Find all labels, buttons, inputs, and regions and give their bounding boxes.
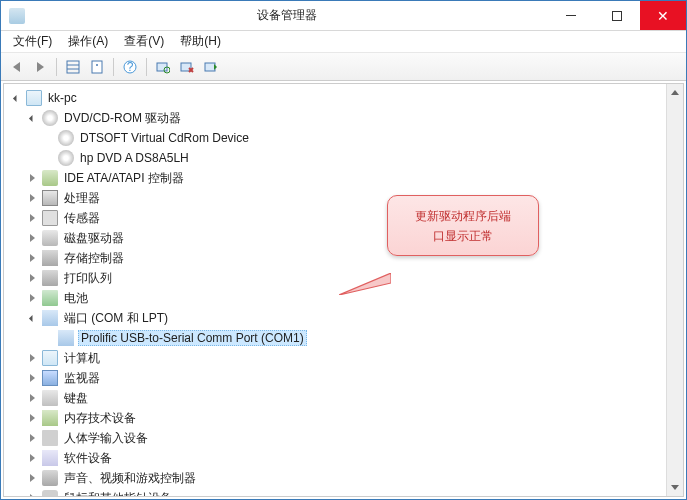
mouse-icon (42, 490, 58, 496)
ide-controller-icon (42, 170, 58, 186)
computer-label: 计算机 (62, 349, 102, 368)
scroll-up-button[interactable] (667, 84, 683, 101)
battery-label: 电池 (62, 289, 90, 308)
scan-button[interactable] (152, 56, 174, 78)
disk-drive-icon (42, 230, 58, 246)
storage-label: 存储控制器 (62, 249, 126, 268)
monitor-icon (42, 370, 58, 386)
hdd-node[interactable]: 磁盘驱动器 (4, 228, 666, 248)
storage-node[interactable]: 存储控制器 (4, 248, 666, 268)
svg-rect-0 (67, 61, 79, 73)
close-button[interactable]: ✕ (640, 1, 686, 30)
view-list-icon (66, 60, 80, 74)
expander-closed-icon[interactable] (26, 452, 38, 464)
menu-view[interactable]: 查看(V) (116, 31, 172, 52)
ports-category-label: 端口 (COM 和 LPT) (62, 309, 170, 328)
port-icon (42, 310, 58, 326)
keyboard-label: 键盘 (62, 389, 90, 408)
titlebar: 设备管理器 ✕ (1, 1, 686, 31)
scroll-down-button[interactable] (667, 479, 683, 496)
window-title: 设备管理器 (25, 7, 548, 24)
expander-closed-icon[interactable] (26, 352, 38, 364)
hdd-label: 磁盘驱动器 (62, 229, 126, 248)
disc-drive-icon (42, 110, 58, 126)
chevron-up-icon (671, 90, 679, 95)
software-node[interactable]: 软件设备 (4, 448, 666, 468)
ide-node[interactable]: IDE ATA/ATAPI 控制器 (4, 168, 666, 188)
mouse-label: 鼠标和其他指针设备 (62, 489, 174, 497)
dvd-device-node[interactable]: DTSOFT Virtual CdRom Device (4, 128, 666, 148)
expander-closed-icon[interactable] (26, 372, 38, 384)
disc-drive-icon (58, 150, 74, 166)
annotation-callout: 更新驱动程序后端 口显示正常 (387, 195, 539, 256)
dvd-device-node[interactable]: hp DVD A DS8A5LH (4, 148, 666, 168)
expander-open-icon[interactable] (26, 112, 38, 124)
expander-closed-icon[interactable] (26, 252, 38, 264)
mouse-node[interactable]: 鼠标和其他指针设备 (4, 488, 666, 496)
menu-file[interactable]: 文件(F) (5, 31, 60, 52)
forward-button[interactable] (29, 56, 51, 78)
svg-rect-3 (92, 61, 102, 73)
update-driver-button[interactable] (200, 56, 222, 78)
processor-icon (42, 190, 58, 206)
expander-closed-icon[interactable] (26, 492, 38, 496)
expander-closed-icon[interactable] (26, 292, 38, 304)
vertical-scrollbar[interactable] (666, 84, 683, 496)
minimize-button[interactable] (548, 1, 594, 30)
expander-closed-icon[interactable] (26, 472, 38, 484)
software-label: 软件设备 (62, 449, 114, 468)
hid-icon (42, 430, 58, 446)
root-node[interactable]: kk-pc (4, 88, 666, 108)
keyboard-node[interactable]: 键盘 (4, 388, 666, 408)
expander-closed-icon[interactable] (26, 272, 38, 284)
expander-closed-icon[interactable] (26, 432, 38, 444)
view-button[interactable] (62, 56, 84, 78)
menu-action[interactable]: 操作(A) (60, 31, 116, 52)
expander-closed-icon[interactable] (26, 232, 38, 244)
dvd-device-label: hp DVD A DS8A5LH (78, 150, 191, 166)
svg-point-4 (96, 64, 98, 66)
properties-button[interactable] (86, 56, 108, 78)
keyboard-icon (42, 390, 58, 406)
storage-controller-icon (42, 250, 58, 266)
cpu-node[interactable]: 处理器 (4, 188, 666, 208)
dvd-category-node[interactable]: DVD/CD-ROM 驱动器 (4, 108, 666, 128)
tree-area: kk-pc DVD/CD-ROM 驱动器 DTSOFT Virtual CdRo… (3, 83, 684, 497)
hid-node[interactable]: 人体学输入设备 (4, 428, 666, 448)
monitor-node[interactable]: 监视器 (4, 368, 666, 388)
maximize-button[interactable] (594, 1, 640, 30)
audio-icon (42, 470, 58, 486)
port-device-node[interactable]: Prolific USB-to-Serial Comm Port (COM1) (4, 328, 666, 348)
expander-closed-icon[interactable] (26, 392, 38, 404)
computer-icon (26, 90, 42, 106)
expander-open-icon[interactable] (10, 92, 22, 104)
update-driver-icon (204, 60, 218, 74)
computer-node[interactable]: 计算机 (4, 348, 666, 368)
expander-closed-icon[interactable] (26, 212, 38, 224)
print-label: 打印队列 (62, 269, 114, 288)
ports-category-node[interactable]: 端口 (COM 和 LPT) (4, 308, 666, 328)
audio-node[interactable]: 声音、视频和游戏控制器 (4, 468, 666, 488)
memory-node[interactable]: 内存技术设备 (4, 408, 666, 428)
device-manager-window: 设备管理器 ✕ 文件(F) 操作(A) 查看(V) 帮助(H) ? (0, 0, 687, 500)
arrow-left-icon (13, 62, 20, 72)
cpu-label: 处理器 (62, 189, 102, 208)
sensor-node[interactable]: 传感器 (4, 208, 666, 228)
separator (146, 58, 147, 76)
dvd-category-label: DVD/CD-ROM 驱动器 (62, 109, 183, 128)
menu-help[interactable]: 帮助(H) (172, 31, 229, 52)
uninstall-button[interactable] (176, 56, 198, 78)
expander-open-icon[interactable] (26, 312, 38, 324)
expander-closed-icon[interactable] (26, 192, 38, 204)
back-button[interactable] (5, 56, 27, 78)
expander-closed-icon[interactable] (26, 172, 38, 184)
ide-label: IDE ATA/ATAPI 控制器 (62, 169, 186, 188)
battery-node[interactable]: 电池 (4, 288, 666, 308)
print-node[interactable]: 打印队列 (4, 268, 666, 288)
tree-scroll[interactable]: kk-pc DVD/CD-ROM 驱动器 DTSOFT Virtual CdRo… (4, 84, 666, 496)
help-button[interactable]: ? (119, 56, 141, 78)
separator (113, 58, 114, 76)
root-label: kk-pc (46, 90, 79, 106)
expander-closed-icon[interactable] (26, 412, 38, 424)
svg-rect-12 (205, 63, 215, 71)
